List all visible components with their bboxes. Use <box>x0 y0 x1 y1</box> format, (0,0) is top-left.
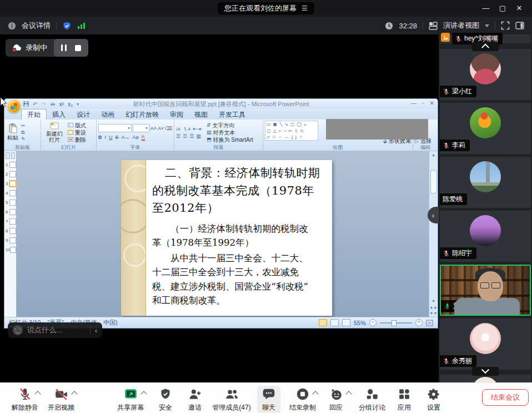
slide-thumb-10[interactable]: 10 <box>4 245 16 255</box>
zoom-slider[interactable] <box>380 322 412 324</box>
security-button[interactable]: 安全 <box>159 387 172 412</box>
tab-animations[interactable]: 动画 <box>96 110 120 120</box>
meeting-details-link[interactable]: 会议详情 <box>22 21 51 31</box>
slide-thumb-8[interactable]: 8 <box>4 226 16 236</box>
scroll-participants-down-button[interactable] <box>472 367 499 376</box>
layout-button[interactable]: 版式 <box>68 122 86 128</box>
apps-button[interactable]: 应用 <box>398 387 411 412</box>
slide-thumb-6[interactable]: 6 <box>4 207 16 217</box>
end-meeting-button[interactable]: 结束会议 <box>482 389 529 406</box>
ppt-close-button[interactable]: ✕ <box>430 100 434 106</box>
slide-thumb-4[interactable]: 4 <box>4 188 16 198</box>
video-options-chevron[interactable] <box>71 391 77 397</box>
previous-slide-button[interactable]: ▲▲ <box>430 305 438 309</box>
clear-formatting-button[interactable]: ⌫ <box>165 126 172 131</box>
slide-thumb-9[interactable]: 9 <box>4 236 16 245</box>
office-button[interactable] <box>7 99 21 113</box>
indent-buttons[interactable]: ⇤⇥ <box>193 126 201 132</box>
align-text-button[interactable]: ▤对齐文本 <box>207 130 261 136</box>
ppt-titlebar[interactable]: ↶ ↷ x² x₂ ▾ 新时代中国税改回顾和展望.ppt [兼容模式] - Mi… <box>4 99 438 109</box>
normal-view-button[interactable] <box>319 319 327 326</box>
align-center-button[interactable]: ☰ <box>183 133 187 139</box>
network-signal-icon[interactable] <box>77 22 86 29</box>
security-shield-icon[interactable] <box>62 21 72 31</box>
reactions-button[interactable]: 回应 <box>329 387 343 412</box>
scroll-down-icon[interactable]: ▼ <box>431 299 435 303</box>
tab-insert[interactable]: 插入 <box>47 110 71 120</box>
unmute-button[interactable]: 解除静音 <box>12 387 38 412</box>
participant-tile[interactable]: 陈爱桃 <box>440 157 531 208</box>
bold-button[interactable]: B <box>98 135 102 140</box>
cut-icon[interactable]: ✂ <box>21 123 26 128</box>
fit-to-window-icon[interactable] <box>426 320 433 326</box>
invite-button[interactable]: 邀请 <box>188 387 202 412</box>
zoom-out-button[interactable]: − <box>369 319 377 326</box>
grow-font-button[interactable]: A˄ <box>150 126 157 131</box>
minimize-button[interactable]: — <box>478 0 494 17</box>
collapse-chat-icon[interactable]: ‹ <box>95 326 97 335</box>
paste-button[interactable]: 粘贴 <box>6 121 19 144</box>
scroll-participants-up-button[interactable] <box>472 42 499 51</box>
manage-members-button[interactable]: 管理成员(47) <box>212 387 250 412</box>
participant-tile[interactable]: 李莉 <box>440 103 531 154</box>
side-panel-icon[interactable] <box>515 22 524 29</box>
columns-button[interactable]: ▥ <box>196 133 201 139</box>
chat-button[interactable]: 聊天 <box>257 386 280 413</box>
slideshow-view-button[interactable] <box>342 319 350 326</box>
character-spacing-button[interactable]: A↔ <box>122 135 130 140</box>
fullscreen-icon[interactable] <box>501 21 510 30</box>
emoji-icon[interactable] <box>13 325 23 335</box>
participant-tile[interactable]: 梁小红 <box>440 49 531 100</box>
scroll-up-icon[interactable]: ▲ <box>431 151 435 159</box>
font-name-select[interactable]: ▾ <box>98 124 132 132</box>
vertical-scrollbar[interactable]: ▲ ▼ ▲▲ ▼▼ <box>429 151 438 317</box>
change-case-button[interactable]: Aa <box>133 135 139 140</box>
delete-button[interactable]: 删除 <box>68 137 86 143</box>
maximize-button[interactable]: ▢ <box>494 0 511 17</box>
stop-recording-toolbar-button[interactable]: 结束录制 <box>289 387 316 412</box>
chat-input-pill[interactable]: 说点什么... ‹ <box>8 322 102 338</box>
slide-thumb-5[interactable]: 5 <box>4 198 16 207</box>
tab-view[interactable]: 视图 <box>189 110 213 120</box>
slide-sorter-view-button[interactable] <box>330 319 339 326</box>
share-screen-button[interactable]: 共享屏幕 <box>117 387 144 412</box>
tab-design[interactable]: 设计 <box>71 110 96 120</box>
copy-icon[interactable]: ⧉ <box>21 130 26 135</box>
tab-home[interactable]: 开始 <box>21 109 47 120</box>
font-color-button[interactable]: A <box>142 134 145 141</box>
align-left-button[interactable]: ☰ <box>176 133 180 139</box>
ppt-minimize-button[interactable]: — <box>411 100 416 106</box>
ppt-restore-button[interactable]: ▫ <box>422 100 424 106</box>
tab-review[interactable]: 审阅 <box>164 110 189 120</box>
align-right-button[interactable]: ☰ <box>189 133 194 139</box>
shrink-font-button[interactable]: A˅ <box>158 126 164 131</box>
slide-thumb-1[interactable]: 1 <box>4 160 16 170</box>
menu-icon[interactable]: ☰ <box>302 5 308 12</box>
shapes-gallery[interactable]: ▭▣╲↘▢◯▵ ▢△⌐¬⇨⇩◇ ▱✩︵︿{}☆ <box>265 121 318 141</box>
participant-tile-partial-bottom[interactable] <box>440 375 531 382</box>
pause-recording-button[interactable] <box>61 44 67 51</box>
format-painter-icon[interactable]: ✎ <box>21 136 26 142</box>
slide-thumb-2[interactable]: 2 <box>4 170 16 179</box>
settings-button[interactable]: 设置 <box>426 387 441 412</box>
participant-tile-active-speaker[interactable]: 刘佐 <box>440 265 531 316</box>
participant-tile[interactable]: 余秀丽 <box>440 319 531 370</box>
scrollbar-thumb[interactable] <box>430 170 437 193</box>
slide-canvas[interactable]: 二、背景：经济体制转轨时期的税制改革基本完成（1978年至2012年） （一）经… <box>121 160 332 316</box>
reactions-options-chevron[interactable] <box>345 391 352 397</box>
chevron-down-icon[interactable] <box>485 24 489 27</box>
stop-recording-button[interactable] <box>75 45 81 51</box>
mic-options-chevron[interactable] <box>34 391 41 397</box>
tab-slideshow[interactable]: 幻灯片放映 <box>120 110 164 120</box>
share-options-chevron[interactable] <box>140 391 147 397</box>
bullets-button[interactable]: ⁝≡ <box>176 126 180 132</box>
slide-thumbnail-panel[interactable]: 1 2 3 4 5 6 7 8 9 10 <box>4 151 17 317</box>
chat-placeholder[interactable]: 说点什么... <box>27 325 62 335</box>
next-slide-button[interactable]: ▼▼ <box>430 311 438 315</box>
italic-button[interactable]: I <box>105 135 107 140</box>
text-direction-button[interactable]: ⇵文字方向 <box>207 122 261 128</box>
close-button[interactable]: ✕ <box>511 0 528 17</box>
underline-button[interactable]: U <box>109 135 113 140</box>
font-size-select[interactable]: ▾ <box>133 124 149 132</box>
strikethrough-button[interactable]: S <box>116 135 119 140</box>
